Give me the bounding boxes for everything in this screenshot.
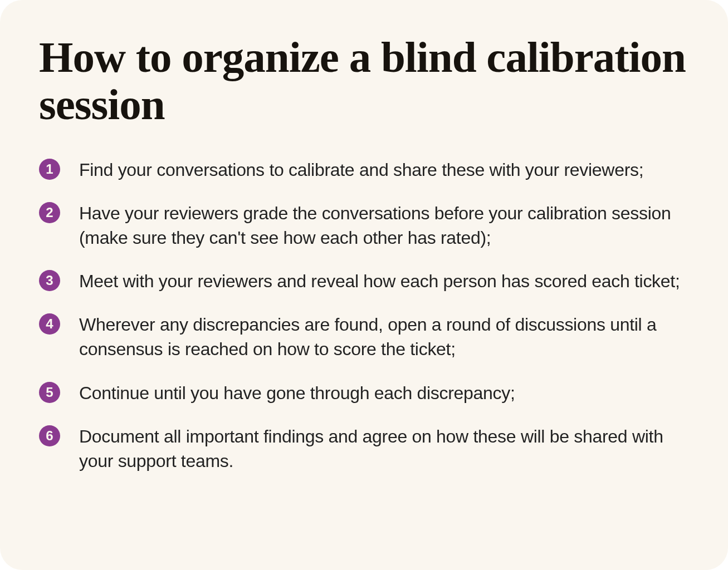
page-title: How to organize a blind calibration sess… — [39, 33, 689, 129]
step-text: Meet with your reviewers and reveal how … — [79, 269, 680, 293]
step-number-badge: 6 — [39, 425, 60, 446]
step-number-badge: 5 — [39, 382, 60, 403]
steps-list: 1 Find your conversations to calibrate a… — [39, 158, 689, 473]
step-text: Continue until you have gone through eac… — [79, 381, 515, 405]
list-item: 2 Have your reviewers grade the conversa… — [39, 201, 689, 250]
step-number-badge: 1 — [39, 159, 60, 180]
instruction-card: How to organize a blind calibration sess… — [0, 0, 728, 570]
step-text: Have your reviewers grade the conversati… — [79, 201, 689, 250]
step-number-badge: 4 — [39, 313, 60, 335]
step-text: Document all important findings and agre… — [79, 424, 689, 473]
list-item: 5 Continue until you have gone through e… — [39, 381, 689, 405]
step-text: Wherever any discrepancies are found, op… — [79, 312, 689, 361]
list-item: 6 Document all important findings and ag… — [39, 424, 689, 473]
list-item: 3 Meet with your reviewers and reveal ho… — [39, 269, 689, 293]
step-number-badge: 2 — [39, 202, 60, 223]
step-text: Find your conversations to calibrate and… — [79, 158, 643, 182]
step-number-badge: 3 — [39, 270, 60, 291]
list-item: 4 Wherever any discrepancies are found, … — [39, 312, 689, 361]
list-item: 1 Find your conversations to calibrate a… — [39, 158, 689, 182]
